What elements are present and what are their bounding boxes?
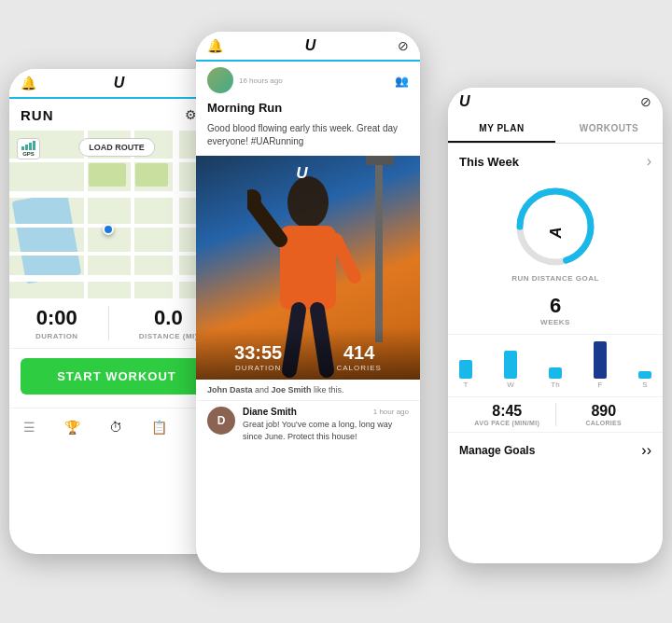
disable-icon-right — [640, 93, 651, 110]
nav-clipboard[interactable]: 📋 — [144, 416, 175, 438]
bar-tuesday — [459, 360, 472, 379]
bar-f: F — [594, 341, 607, 389]
run-distance-label: RUN DISTANCE GOAL — [448, 274, 663, 283]
plan-tabs: MY PLAN WORKOUTS — [448, 116, 663, 144]
bottom-navigation: ☰ 🏆 ⏱ 📋 ••• — [9, 408, 224, 446]
manage-goals-label: Manage Goals — [459, 444, 535, 457]
gps-badge: GPS — [17, 138, 40, 159]
distance-stat: 0.0 DISTANCE (MI) — [139, 306, 198, 340]
comment-header: Diane Smith 1 hour ago — [243, 407, 409, 417]
weeks-row: 6 WEEKS — [448, 290, 663, 335]
bell-icon — [21, 75, 36, 91]
feed-calories-value: 414 — [336, 342, 381, 364]
status-bar-right: U — [448, 88, 663, 116]
bar-s: S — [638, 371, 651, 389]
pace-value: 8:45 — [459, 403, 555, 420]
feed-user-info: 16 hours ago — [207, 67, 283, 93]
ua-logo-left: U — [114, 75, 125, 91]
bell-icon-middle — [207, 37, 223, 54]
svg-rect-1 — [280, 226, 336, 310]
svg-text:U: U — [296, 163, 308, 182]
plan-phone: U MY PLAN WORKOUTS This Week — [448, 88, 663, 563]
status-bar-left: U — [9, 69, 224, 99]
bar-label-w: W — [507, 381, 514, 389]
bar-saturday — [638, 371, 651, 379]
feed-stats-overlay: 33:55 DURATION 414 CALORIES — [196, 327, 420, 380]
run-title: RUN — [21, 107, 54, 123]
comment-time: 1 hour ago — [373, 408, 409, 416]
duration-label: DURATION — [35, 332, 78, 340]
stat-divider — [108, 306, 109, 340]
feed-calories-label: CALORIES — [336, 364, 381, 372]
start-workout-button[interactable]: START WORKOUT — [21, 358, 213, 395]
likes-john: John Dasta — [207, 385, 253, 395]
feed-calories: 414 CALORIES — [336, 342, 381, 372]
goal-circle-area: A — [448, 175, 663, 274]
map-area[interactable]: GPS LOAD ROUTE ▲ — [9, 131, 224, 298]
bar-w: W — [504, 351, 517, 389]
status-bar-middle: U — [196, 32, 420, 62]
chart-bars: T W Th F S — [459, 342, 651, 389]
post-title-area: Morning Run — [196, 99, 420, 118]
duration-value: 0:00 — [35, 306, 78, 330]
pace-label: AVG PACE (MIN/MI) — [459, 420, 555, 426]
feed-duration: 33:55 DURATION — [234, 342, 282, 372]
feed-duration-label: DURATION — [234, 364, 282, 372]
this-week-header: This Week — [448, 144, 663, 175]
bar-label-t: T — [464, 381, 469, 389]
nav-list[interactable]: ☰ — [16, 416, 43, 438]
user-avatar — [207, 67, 233, 93]
bar-th: Th — [549, 367, 562, 389]
this-week-chevron[interactable] — [647, 153, 651, 170]
ua-logo-right: U — [459, 93, 470, 110]
svg-line-2 — [252, 202, 280, 240]
calories-value: 890 — [556, 403, 652, 420]
weeks-item: 6 WEEKS — [540, 294, 570, 326]
feed-header: 16 hours ago — [196, 62, 420, 99]
feed-meta-block: 16 hours ago — [239, 76, 283, 85]
svg-text:A: A — [547, 227, 565, 239]
svg-line-3 — [336, 240, 355, 277]
ua-logo-on-image: U — [294, 163, 322, 186]
bar-label-f: F — [598, 381, 603, 389]
weeks-label: WEEKS — [540, 318, 570, 326]
tab-my-plan[interactable]: MY PLAN — [448, 116, 555, 143]
screens-container: U RUN — [9, 13, 663, 610]
distance-label: DISTANCE (MI) — [139, 332, 198, 340]
post-title: Morning Run — [207, 101, 409, 115]
goal-circle: A — [513, 185, 597, 269]
feed-phone: U 16 hours ago Morning Run Good blood fl… — [196, 32, 420, 573]
goal-circle-inner: A — [542, 217, 568, 236]
gps-label: GPS — [22, 151, 35, 157]
calories-label: CALORIES — [556, 420, 652, 426]
this-week-label: This Week — [459, 155, 519, 169]
manage-goals-chevron: › — [641, 442, 651, 459]
bar-label-th: Th — [551, 381, 559, 389]
bar-label-s: S — [642, 381, 647, 389]
distance-value: 0.0 — [139, 306, 198, 330]
load-route-button[interactable]: LOAD ROUTE — [78, 138, 155, 157]
tab-workouts[interactable]: WORKOUTS — [555, 116, 663, 143]
duration-stat: 0:00 DURATION — [35, 306, 78, 340]
weeks-value: 6 — [540, 294, 570, 318]
bar-thursday — [549, 367, 562, 379]
run-stats: 0:00 DURATION 0.0 DISTANCE (MI) — [9, 298, 224, 349]
post-text: Good blood flowing early this week. Grea… — [196, 118, 420, 156]
comment-body: Diane Smith 1 hour ago Great job! You've… — [243, 407, 409, 442]
ua-logo-middle: U — [305, 37, 316, 54]
commenter-name: Diane Smith — [243, 407, 297, 417]
nav-timer[interactable]: ⏱ — [102, 416, 130, 438]
likes-joe: Joe Smith — [272, 385, 312, 395]
post-time: 16 hours ago — [239, 76, 283, 85]
pace-calories-row: 8:45 AVG PACE (MIN/MI) 890 CALORIES — [448, 396, 663, 432]
likes-row: John Dasta and Joe Smith like this. — [196, 380, 420, 401]
bar-wednesday — [504, 351, 517, 379]
calories-item: 890 CALORIES — [556, 403, 652, 426]
bar-friday — [594, 341, 607, 379]
commenter-avatar: D — [207, 407, 235, 435]
nav-trophy[interactable]: 🏆 — [57, 416, 88, 438]
users-icon[interactable] — [395, 72, 409, 89]
manage-goals-row[interactable]: Manage Goals › — [448, 432, 663, 468]
disable-icon-middle — [398, 37, 409, 54]
pace-item: 8:45 AVG PACE (MIN/MI) — [459, 403, 555, 426]
